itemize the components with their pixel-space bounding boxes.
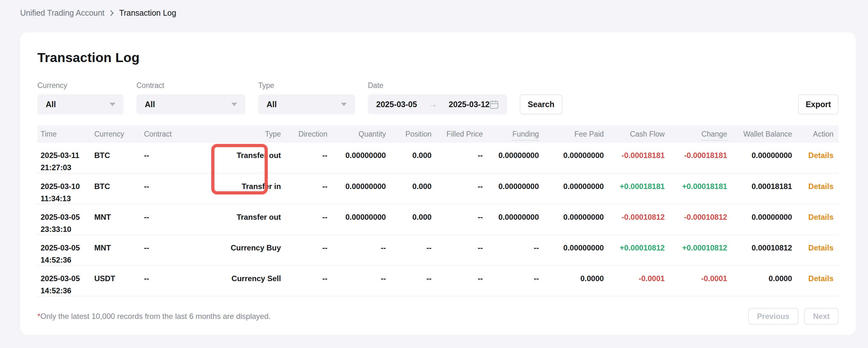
cell-currency: BTC (94, 173, 144, 204)
table-row: 2025-03-0523:33:10 MNT -- Transfer out -… (37, 204, 839, 235)
type-select[interactable]: All (258, 94, 355, 115)
cell-currency: USDT (94, 265, 144, 296)
cell-filled-price: -- (431, 173, 483, 204)
chevron-down-icon (110, 103, 115, 106)
col-header-currency: Currency (94, 125, 144, 143)
table-footer: *Only the latest 10,000 records from the… (37, 308, 839, 325)
cell-time: 2025-03-0514:52:36 (37, 235, 94, 265)
col-header-action: Action (792, 125, 839, 143)
chevron-down-icon (231, 103, 237, 106)
cell-fee-paid: 0.0000 (539, 265, 604, 296)
col-header-time: Time (37, 125, 94, 143)
page-title: Transaction Log (37, 50, 839, 65)
date-start-value[interactable]: 2025-03-05 (376, 100, 417, 109)
note-asterisk: * (37, 312, 40, 320)
table-row: 2025-03-1121:27:03 BTC -- Transfer out -… (37, 143, 839, 173)
cell-cash-flow: -0.00010812 (604, 204, 665, 235)
type-select-value: All (267, 100, 277, 109)
details-link[interactable]: Details (808, 243, 834, 252)
cell-direction: -- (281, 204, 327, 235)
cell-direction: -- (281, 143, 327, 173)
next-button[interactable]: Next (804, 308, 839, 325)
details-link[interactable]: Details (808, 182, 834, 191)
cell-type: Currency Buy (199, 235, 281, 265)
cell-filled-price: -- (431, 235, 483, 265)
col-header-contract: Contract (144, 125, 199, 143)
cell-currency: MNT (94, 204, 144, 235)
records-note: *Only the latest 10,000 records from the… (37, 312, 271, 321)
transaction-table: Time Currency Contract Type Direction Qu… (37, 125, 839, 296)
cell-time: 2025-03-0523:33:10 (37, 204, 94, 235)
chevron-down-icon (341, 103, 347, 106)
chevron-right-icon (110, 9, 114, 17)
col-header-type: Type (199, 125, 281, 143)
date-filter-group: Date 2025-03-05 → 2025-03-12 (368, 81, 507, 115)
details-link[interactable]: Details (808, 274, 834, 283)
details-link[interactable]: Details (808, 151, 834, 160)
cell-time: 2025-03-0514:52:36 (37, 265, 94, 296)
type-filter-label: Type (258, 81, 355, 90)
date-range-picker[interactable]: 2025-03-05 → 2025-03-12 (368, 94, 507, 115)
col-header-fee-paid: Fee Paid (539, 125, 604, 143)
cell-action: Details (792, 235, 839, 265)
cell-change: -0.00018181 (665, 143, 727, 173)
breadcrumb-current: Transaction Log (119, 8, 176, 18)
cell-quantity: 0.00000000 (327, 143, 386, 173)
currency-filter-group: Currency All (37, 81, 124, 115)
cell-type: Transfer out (199, 204, 281, 235)
col-header-direction: Direction (281, 125, 327, 143)
cell-quantity: 0.00000000 (327, 204, 386, 235)
col-header-wallet-balance: Wallet Balance (727, 125, 792, 143)
cell-funding: 0.00000000 (483, 204, 539, 235)
cell-wallet-balance: 0.0000 (727, 265, 792, 296)
cell-type: Transfer in (199, 173, 281, 204)
cell-filled-price: -- (431, 143, 483, 173)
col-header-position: Position (386, 125, 431, 143)
currency-filter-label: Currency (37, 81, 124, 90)
cell-contract: -- (144, 265, 199, 296)
previous-button[interactable]: Previous (748, 308, 798, 325)
currency-select-value: All (46, 100, 56, 109)
cell-cash-flow: +0.00010812 (604, 235, 665, 265)
table-row: 2025-03-0514:52:36 MNT -- Currency Buy -… (37, 235, 839, 265)
cell-position: -- (386, 235, 431, 265)
cell-funding: 0.00000000 (483, 173, 539, 204)
contract-select[interactable]: All (136, 94, 245, 115)
cell-change: -0.0001 (665, 265, 727, 296)
cell-action: Details (792, 173, 839, 204)
cell-position: 0.000 (386, 143, 431, 173)
breadcrumb: Unified Trading Account Transaction Log (20, 8, 176, 18)
cell-currency: MNT (94, 235, 144, 265)
date-end-value[interactable]: 2025-03-12 (449, 100, 490, 109)
calendar-icon[interactable] (490, 100, 499, 109)
cell-position: 0.000 (386, 204, 431, 235)
search-group: Search (520, 94, 562, 115)
cell-change: +0.00018181 (665, 173, 727, 204)
cell-direction: -- (281, 265, 327, 296)
cell-action: Details (792, 143, 839, 173)
export-button[interactable]: Export (798, 94, 839, 115)
cell-funding: -- (483, 265, 539, 296)
cell-filled-price: -- (431, 265, 483, 296)
cell-action: Details (792, 265, 839, 296)
col-header-funding: Funding (483, 125, 539, 143)
transaction-log-card: Transaction Log Currency All Contract Al… (20, 32, 856, 335)
cell-change: -0.00010812 (665, 204, 727, 235)
search-button[interactable]: Search (520, 94, 562, 115)
cell-position: -- (386, 265, 431, 296)
cell-contract: -- (144, 143, 199, 173)
cell-fee-paid: 0.00000000 (539, 173, 604, 204)
col-header-quantity: Quantity (327, 125, 386, 143)
details-link[interactable]: Details (808, 213, 834, 221)
cell-fee-paid: 0.00000000 (539, 143, 604, 173)
col-header-cash-flow: Cash Flow (604, 125, 665, 143)
cell-direction: -- (281, 173, 327, 204)
breadcrumb-parent-link[interactable]: Unified Trading Account (20, 8, 104, 18)
cell-quantity: -- (327, 235, 386, 265)
col-header-filled-price: Filled Price (431, 125, 483, 143)
cell-filled-price: -- (431, 204, 483, 235)
cell-time: 2025-03-1011:34:13 (37, 173, 94, 204)
currency-select[interactable]: All (37, 94, 124, 115)
cell-wallet-balance: 0.00018181 (727, 173, 792, 204)
cell-action: Details (792, 204, 839, 235)
